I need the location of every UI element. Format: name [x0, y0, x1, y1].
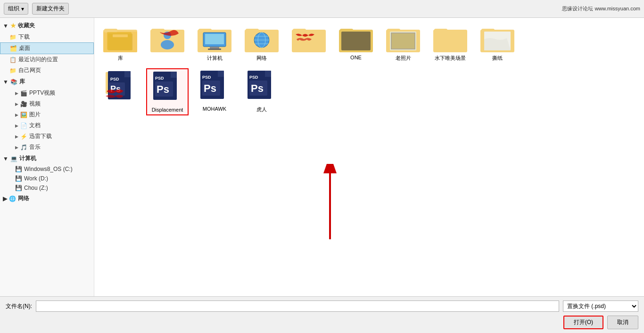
sidebar-computer-header[interactable]: ▼ 💻 计算机: [0, 153, 94, 164]
folder-redscribble-icon: [292, 24, 326, 53]
sidebar-item-win8[interactable]: 💾 Windows8_OS (C:): [0, 164, 94, 174]
file-area: 库: [94, 18, 644, 296]
open-button[interactable]: 打开(O): [563, 316, 603, 329]
sidebar-item-image[interactable]: ▶ 🖼️ 图片: [0, 109, 94, 120]
sidebar-item-work[interactable]: 💾 Work (D:): [0, 174, 94, 183]
folder-person-icon: [150, 24, 184, 53]
cancel-label: 取消: [617, 319, 628, 325]
sidebar-thunder-label: 迅雷下载: [29, 132, 52, 140]
main-area: ▼ ★ 收藏夹 📁 下载 🗂️ 桌面 📋 最近访问的位置 📁 自己网页: [0, 18, 644, 296]
sidebar-doc-label: 文档: [29, 122, 41, 130]
folder-item-computer[interactable]: 计算机: [193, 23, 236, 64]
filetype-select[interactable]: 置换文件 (.psd): [563, 301, 638, 312]
sidebar-item-video[interactable]: ▶ 🎥 视频: [0, 98, 94, 109]
sidebar-favorites-label: 收藏夹: [18, 22, 35, 30]
cancel-button[interactable]: 取消: [607, 316, 638, 329]
sidebar-item-desktop[interactable]: 🗂️ 桌面: [0, 42, 94, 54]
chevron-down-icon: ▼: [3, 79, 8, 85]
music-icon: 🎵: [20, 144, 27, 151]
svg-point-9: [161, 40, 174, 49]
folder-oldphotos-icon: [386, 24, 420, 53]
dropdown-arrow: ▾: [21, 6, 24, 12]
open-label: 打开(O): [574, 319, 593, 325]
folder-icon: 📋: [9, 57, 17, 63]
sidebar-network-header[interactable]: ▶ 🌐 网络: [0, 193, 94, 204]
sidebar-item-pptv[interactable]: ▶ 🎬 PPTV视频: [0, 88, 94, 98]
drive-icon: 💾: [15, 175, 22, 182]
sidebar-favorites-header[interactable]: ▼ ★ 收藏夹: [0, 20, 94, 32]
drive-icon: 💾: [15, 185, 22, 191]
folder-one-icon: [339, 24, 373, 53]
folder-one-label: ONE: [350, 55, 362, 60]
filename-input[interactable]: [36, 301, 559, 312]
psd-item-displacement[interactable]: PSD Ps Displacement: [146, 68, 189, 115]
sidebar-item-thunder[interactable]: ▶ ⚡ 迅雷下载: [0, 131, 94, 142]
svg-rect-33: [433, 30, 467, 52]
folder-paper-icon: [480, 24, 514, 53]
folder-item-library[interactable]: 库: [99, 23, 141, 64]
sidebar-item-music[interactable]: ▶ 🎵 音乐: [0, 142, 94, 153]
svg-rect-15: [208, 49, 221, 50]
folder-library-icon: [103, 24, 137, 53]
psd-files-grid: PSD Ps PSD: [99, 68, 639, 115]
sidebar-video-label: 视频: [29, 100, 41, 108]
svg-rect-42: [124, 71, 131, 77]
svg-rect-5: [113, 34, 128, 37]
psd-mohawk-icon: PSD Ps: [200, 70, 229, 104]
svg-text:Ps: Ps: [157, 83, 169, 95]
arrow-right-icon: ▶: [15, 123, 18, 128]
folder-item-underwater[interactable]: 水下唯美场景: [429, 23, 471, 64]
pptv-icon: 🎬: [20, 90, 27, 97]
chevron-down-icon: ▼: [3, 23, 8, 29]
new-folder-button[interactable]: 新建文件夹: [32, 3, 69, 15]
svg-rect-13: [205, 34, 224, 44]
sidebar-item-recent[interactable]: 📋 最近访问的位置: [0, 54, 94, 65]
folder-item-oldphotos[interactable]: 老照片: [382, 23, 424, 64]
drive-icon: 💾: [15, 166, 22, 172]
psd-mohawk-label: MOHAWK: [203, 106, 226, 112]
folder-item-person[interactable]: [146, 23, 189, 64]
folder-item-paper[interactable]: 撕纸: [476, 23, 519, 64]
psd-redscribble-icon: PSD Ps: [106, 70, 135, 104]
sidebar-download-label: 下载: [18, 33, 30, 41]
organize-button[interactable]: 组织 ▾: [4, 3, 28, 15]
video-icon: 🎥: [20, 101, 27, 107]
folder-item-redscribble[interactable]: [288, 23, 330, 64]
sidebar-library-label: 库: [19, 78, 25, 86]
sidebar-item-chou[interactable]: 💾 Chou (Z:): [0, 183, 94, 193]
folder-icon: 🗂️: [10, 45, 17, 52]
folder-item-network[interactable]: 网络: [240, 23, 283, 64]
psd-item-mohawk[interactable]: PSD Ps MOHAWK: [193, 68, 236, 115]
svg-rect-23: [292, 30, 326, 52]
svg-rect-60: [265, 71, 271, 77]
sidebar-image-label: 图片: [29, 111, 41, 119]
watermark: 思缘设计论坛 www.missyuan.com: [562, 5, 640, 12]
sidebar-pptv-label: PPTV视频: [29, 89, 55, 97]
sidebar-item-download[interactable]: 📁 下载: [0, 32, 94, 42]
svg-rect-11: [198, 29, 212, 32]
psd-huren-label: 虎人: [256, 106, 267, 113]
folder-computer-icon: [198, 24, 231, 53]
sidebar-win8-label: Windows8_OS (C:): [24, 166, 73, 172]
folder-network-label: 网络: [256, 55, 267, 62]
folder-item-one[interactable]: ONE: [335, 23, 377, 64]
svg-rect-32: [392, 33, 414, 49]
folder-icon: 📁: [9, 34, 17, 41]
sidebar-item-myweb[interactable]: 📁 自己网页: [0, 65, 94, 76]
psd-item-huren[interactable]: PSD Ps 虎人: [240, 68, 283, 115]
chevron-right-icon: ▶: [3, 195, 7, 202]
svg-rect-27: [341, 32, 371, 50]
computer-icon: 💻: [10, 155, 17, 162]
folder-library-label: 库: [118, 55, 123, 62]
library-icon: 📚: [10, 79, 17, 85]
arrow-right-icon: ▶: [15, 113, 18, 117]
sidebar-recent-label: 最近访问的位置: [18, 56, 58, 64]
file-open-dialog: 组织 ▾ 新建文件夹 思缘设计论坛 www.missyuan.com ▼ ★ 收…: [0, 0, 644, 333]
svg-rect-48: [171, 72, 177, 78]
sidebar-item-doc[interactable]: ▶ 📄 文档: [0, 120, 94, 131]
psd-item-redscribble[interactable]: PSD Ps: [99, 68, 141, 115]
sidebar-library-header[interactable]: ▼ 📚 库: [0, 76, 94, 88]
annotation-arrow: [311, 164, 349, 239]
star-icon: ★: [10, 22, 16, 29]
arrow-right-icon: ▶: [15, 134, 18, 139]
